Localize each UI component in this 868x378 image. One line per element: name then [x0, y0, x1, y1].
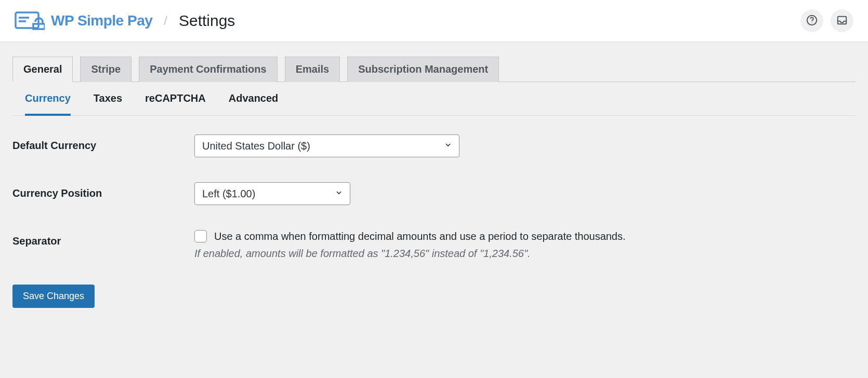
tab-payment-confirmations[interactable]: Payment Confirmations — [139, 57, 277, 82]
row-currency-position: Currency Position Left ($1.00) — [12, 182, 856, 205]
main-tabs: General Stripe Payment Confirmations Ema… — [12, 42, 856, 82]
inbox-button[interactable] — [831, 9, 853, 32]
save-changes-button[interactable]: Save Changes — [12, 285, 95, 308]
tab-subscription-management[interactable]: Subscription Management — [347, 57, 499, 82]
header-divider: / — [164, 14, 167, 28]
label-default-currency: Default Currency — [12, 134, 194, 152]
brand-name: WP Simple Pay — [51, 12, 152, 29]
sub-tabs: Currency Taxes reCAPTCHA Advanced — [12, 82, 856, 116]
subtab-recaptcha[interactable]: reCAPTCHA — [145, 92, 206, 116]
currency-position-select[interactable]: Left ($1.00) — [194, 182, 350, 205]
select-wrapper-default-currency: United States Dollar ($) — [194, 134, 459, 157]
help-button[interactable] — [800, 9, 823, 32]
tab-stripe[interactable]: Stripe — [80, 57, 131, 82]
row-separator: Separator Use a comma when formatting de… — [12, 230, 856, 260]
wpsimplepay-logo-icon — [15, 10, 45, 31]
subtab-currency[interactable]: Currency — [25, 92, 71, 116]
help-icon — [806, 15, 818, 28]
field-separator: Use a comma when formatting decimal amou… — [194, 230, 856, 260]
tab-general[interactable]: General — [12, 57, 73, 82]
default-currency-select[interactable]: United States Dollar ($) — [194, 134, 459, 157]
header: WP Simple Pay / Settings — [0, 0, 868, 42]
inbox-icon — [836, 15, 848, 28]
separator-checkbox[interactable] — [194, 230, 207, 242]
separator-checkbox-label: Use a comma when formatting decimal amou… — [214, 231, 626, 242]
row-default-currency: Default Currency United States Dollar ($… — [12, 134, 856, 157]
separator-checkbox-row: Use a comma when formatting decimal amou… — [194, 230, 856, 242]
field-currency-position: Left ($1.00) — [194, 182, 856, 205]
tab-emails[interactable]: Emails — [285, 57, 340, 82]
subtab-taxes[interactable]: Taxes — [94, 92, 122, 116]
header-actions — [800, 9, 853, 32]
field-default-currency: United States Dollar ($) — [194, 134, 856, 157]
subtab-advanced[interactable]: Advanced — [229, 92, 279, 116]
label-separator: Separator — [12, 230, 194, 247]
svg-point-4 — [811, 22, 812, 23]
label-currency-position: Currency Position — [12, 182, 194, 199]
brand-logo: WP Simple Pay — [15, 10, 152, 31]
select-wrapper-currency-position: Left ($1.00) — [194, 182, 350, 205]
separator-help-text: If enabled, amounts will be formatted as… — [194, 248, 856, 260]
page-title: Settings — [179, 12, 235, 30]
settings-form: Default Currency United States Dollar ($… — [12, 116, 856, 308]
content: General Stripe Payment Confirmations Ema… — [0, 42, 868, 320]
